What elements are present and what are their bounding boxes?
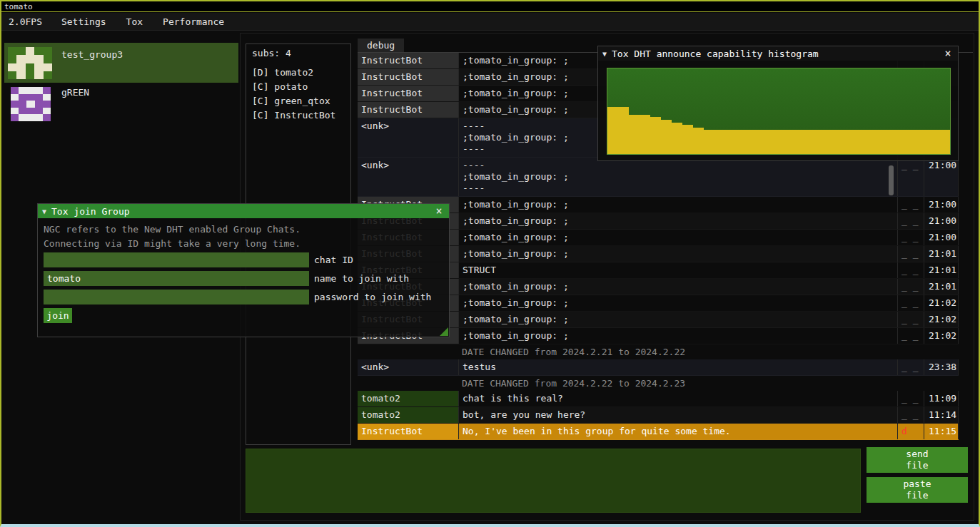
- group-avatar: [8, 47, 52, 79]
- histogram-bar: [725, 130, 736, 154]
- avatar-pixel: [16, 47, 25, 55]
- message-text: bot, are you new here?: [458, 407, 897, 423]
- histogram-bar: [672, 123, 682, 154]
- message-timestamp: 21:00: [924, 197, 959, 213]
- avatar-pixel: [34, 55, 43, 63]
- avatar-pixel: [43, 101, 51, 108]
- histogram-bar: [607, 107, 618, 154]
- member-item[interactable]: [C] potato: [252, 80, 345, 94]
- name-input[interactable]: [44, 271, 309, 286]
- histogram-plot: [607, 68, 951, 155]
- histogram-bar: [779, 130, 789, 154]
- message-flags-icon: _ _: [897, 158, 924, 196]
- message-text: ;tomato_in_group: ;: [458, 312, 897, 327]
- join-button[interactable]: join: [44, 308, 72, 323]
- menu-item-performance[interactable]: Performance: [155, 16, 232, 27]
- message-text: ;tomato_in_group: ;: [458, 197, 897, 213]
- message-timestamp: 11:14: [924, 407, 959, 423]
- message-timestamp: 11:15: [924, 424, 959, 439]
- avatar-pixel: [35, 87, 43, 94]
- member-item[interactable]: [C] green_qtox: [252, 94, 345, 108]
- menu-item-settings[interactable]: Settings: [54, 16, 114, 27]
- menu-item-tox[interactable]: Tox: [118, 16, 151, 27]
- message-text: ;tomato_in_group: ;: [458, 230, 897, 245]
- avatar-pixel: [26, 71, 34, 79]
- histogram-bar: [832, 130, 843, 154]
- histogram-bar: [640, 115, 650, 154]
- message-flags-icon: _ _: [897, 230, 924, 245]
- password-input[interactable]: [44, 290, 309, 305]
- group-item-test_group3[interactable]: test_group3: [4, 43, 238, 83]
- member-item[interactable]: [C] InstructBot: [252, 108, 345, 123]
- member-item[interactable]: [D] tomato2: [252, 66, 345, 80]
- histogram-bar: [875, 130, 886, 154]
- resize-grip[interactable]: [440, 327, 448, 336]
- message-timestamp: 21:00: [924, 158, 959, 196]
- avatar-pixel: [43, 114, 51, 121]
- tab-debug[interactable]: debug: [358, 39, 404, 52]
- histogram-bar: [939, 130, 950, 154]
- message-input[interactable]: [246, 449, 861, 513]
- message-text: ---- ;tomato_in_group: ; ----: [458, 158, 897, 196]
- member-list: [D] tomato2[C] potato[C] green_qtox[C] I…: [252, 66, 345, 123]
- password-label: password to join with: [314, 290, 431, 305]
- histogram-bar: [896, 130, 907, 154]
- message-author: <unk>: [358, 118, 458, 157]
- subs-count: subs: 4: [252, 48, 345, 58]
- chat-message-row: InstructBotNo, I've been in this group f…: [358, 424, 959, 440]
- date-changed-row: DATE CHANGED from 2024.2.22 to 2024.2.23: [358, 376, 959, 391]
- date-changed-row: DATE CHANGED from 2024.2.21 to 2024.2.22: [358, 344, 959, 359]
- avatar-pixel: [35, 101, 43, 108]
- message-timestamp: 21:00: [924, 230, 959, 245]
- histogram-bar: [886, 130, 896, 154]
- avatar-pixel: [26, 47, 34, 55]
- message-timestamp: 21:02: [924, 295, 959, 311]
- histogram-bar: [682, 125, 693, 154]
- group-item-green[interactable]: gREEN: [4, 84, 238, 124]
- histogram-bar: [768, 130, 779, 154]
- close-icon[interactable]: ×: [942, 48, 954, 59]
- chat-message-row: tomato2bot, are you new here?_ _11:14: [358, 407, 959, 424]
- avatar-pixel: [26, 94, 34, 101]
- message-flags-icon: _ _: [897, 391, 924, 406]
- histogram-bar: [714, 130, 725, 154]
- message-author: <unk>: [358, 359, 458, 375]
- histogram-bar: [811, 130, 822, 154]
- window-title: tomato: [1, 1, 979, 12]
- avatar-pixel: [26, 87, 34, 94]
- collapse-arrow-icon[interactable]: ▼: [42, 208, 46, 215]
- message-timestamp: 21:01: [924, 279, 959, 295]
- message-text: ;tomato_in_group: ;: [458, 279, 897, 295]
- message-flags-icon: _ _: [897, 359, 924, 375]
- dht-histogram-titlebar: ▼ Tox DHT announce capability histogram …: [598, 46, 958, 61]
- name-label: name to join with: [314, 271, 409, 286]
- message-flags-icon: _ _: [897, 295, 924, 311]
- message-flags-icon: _ _: [897, 213, 924, 229]
- histogram-bar: [747, 130, 757, 154]
- avatar-pixel: [8, 47, 16, 55]
- collapse-arrow-icon[interactable]: ▼: [602, 50, 607, 58]
- avatar-pixel: [19, 108, 26, 115]
- avatar-pixel: [8, 63, 16, 71]
- join-info-line: Connecting via ID might take a very long…: [44, 238, 300, 249]
- avatar-pixel: [26, 108, 34, 115]
- avatar-pixel: [43, 87, 51, 94]
- chat-message-row: <unk>---- ;tomato_in_group: ; ----_ _21:…: [358, 158, 959, 197]
- avatar-pixel: [44, 55, 52, 63]
- message-author: InstructBot: [358, 69, 458, 85]
- message-text: ;tomato_in_group: ;: [458, 295, 897, 311]
- message-timestamp: 21:01: [924, 246, 959, 262]
- avatar-pixel: [11, 101, 19, 108]
- avatar-pixel: [16, 63, 25, 71]
- histogram-bar: [693, 128, 704, 154]
- chat-id-input[interactable]: [44, 252, 309, 267]
- histogram-bar: [907, 130, 918, 154]
- paste-file-button[interactable]: paste file: [867, 477, 968, 503]
- close-icon[interactable]: ×: [433, 205, 445, 217]
- send-file-button[interactable]: send file: [867, 447, 968, 473]
- app-window: tomato 2.0FPS SettingsToxPerformance tes…: [0, 0, 980, 527]
- chat-message-row: <unk>testus_ _23:38: [358, 359, 959, 376]
- message-text: ;tomato_in_group: ;: [458, 246, 897, 262]
- avatar-pixel: [19, 87, 26, 94]
- chat-scrollbar[interactable]: [889, 165, 894, 195]
